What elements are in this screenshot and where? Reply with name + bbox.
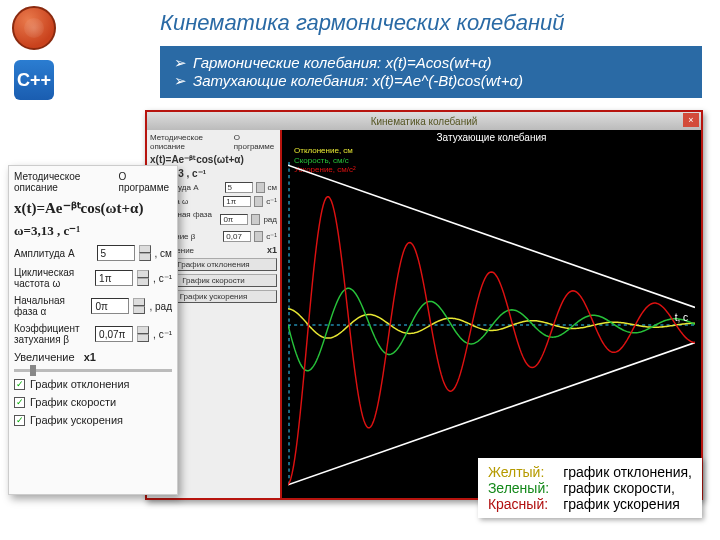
- fp-omega: ω=3,13 , c⁻¹: [14, 223, 172, 239]
- legend-desc-red: график ускорения: [563, 496, 692, 512]
- chevron-icon: ➢: [174, 72, 187, 90]
- fp-amp-spin[interactable]: [139, 245, 151, 261]
- chk-velocity[interactable]: ✓: [14, 397, 25, 408]
- app-window-title: Кинематика колебаний: [371, 116, 478, 127]
- front-panel: Методическое описаниеО программе x(t)=Ae…: [8, 165, 178, 495]
- chk-deflection[interactable]: ✓: [14, 379, 25, 390]
- menu-about[interactable]: О программе: [234, 133, 277, 151]
- beta-spin[interactable]: [254, 231, 263, 242]
- legend-desc-yellow: график отклонения,: [563, 464, 692, 480]
- beta-input[interactable]: 0,07: [223, 231, 251, 242]
- chk-acceleration-label: График ускорения: [30, 414, 123, 426]
- fp-beta-input[interactable]: 0,07π: [95, 326, 133, 342]
- summary-box: ➢Гармонические колебания: x(t)=Acos(wt+α…: [160, 46, 702, 98]
- fp-beta-spin[interactable]: [137, 326, 149, 342]
- legend-key-green: Зеленый:: [488, 480, 549, 496]
- zoom-value: x1: [267, 245, 277, 255]
- fp-phase-input[interactable]: 0π: [91, 298, 129, 314]
- app-titlebar[interactable]: Кинематика колебаний ×: [147, 112, 701, 130]
- fp-amp-label: Амплитуда A: [14, 248, 93, 259]
- bottom-legend: Желтый: Зеленый: Красный: график отклоне…: [478, 458, 702, 518]
- svg-line-2: [288, 165, 695, 307]
- app-window: Кинематика колебаний × Методическое опис…: [145, 110, 703, 500]
- plot-title: Затухающие колебания: [282, 130, 701, 143]
- amp-input[interactable]: 5: [225, 182, 253, 193]
- legend-desc-green: график скорости,: [563, 480, 692, 496]
- chevron-icon: ➢: [174, 54, 187, 72]
- legend-key-yellow: Желтый:: [488, 464, 549, 480]
- plot-canvas: t, c: [288, 162, 695, 488]
- fp-freq-label: Циклическая частота ω: [14, 267, 91, 289]
- close-icon[interactable]: ×: [683, 113, 699, 127]
- page-title: Кинематика гармонических колебаний: [0, 0, 720, 40]
- fp-menu-methodical[interactable]: Методическое описание: [14, 171, 113, 193]
- amp-spin[interactable]: [256, 182, 265, 193]
- freq-input[interactable]: 1π: [223, 196, 251, 207]
- fp-amp-input[interactable]: 5: [97, 245, 135, 261]
- chk-velocity-label: График скорости: [30, 396, 116, 408]
- cpp-logo-icon: C++: [14, 60, 54, 100]
- fp-zoom-value: x1: [84, 351, 96, 363]
- fp-beta-label: Коэффициент затухания β: [14, 323, 91, 345]
- phase-spin[interactable]: [251, 214, 260, 225]
- fp-freq-input[interactable]: 1π: [95, 270, 133, 286]
- fp-phase-label: Начальная фаза α: [14, 295, 87, 317]
- legend-key-red: Красный:: [488, 496, 549, 512]
- bullet-harmonic: Гармонические колебания: x(t)=Acos(wt+α): [193, 54, 491, 72]
- phase-input[interactable]: 0π: [220, 214, 248, 225]
- fp-zoom-label: Увеличение: [14, 351, 75, 363]
- bullet-damped: Затухающие колебания: x(t)=Ae^(-Bt)cos(w…: [193, 72, 523, 90]
- builder-logo-icon: [12, 6, 56, 50]
- chk-acceleration[interactable]: ✓: [14, 415, 25, 426]
- fp-freq-spin[interactable]: [137, 270, 149, 286]
- zoom-slider[interactable]: [14, 369, 172, 372]
- fp-phase-spin[interactable]: [133, 298, 145, 314]
- plot-area: Затухающие колебания Отклонение, см Скор…: [282, 130, 701, 498]
- formula-text: x(t)=Ae⁻ᵝᵗcos(ωt+α): [150, 154, 277, 165]
- svg-text:t, c: t, c: [675, 310, 689, 322]
- fp-formula: x(t)=Ae⁻ᵝᵗcos(ωt+α): [14, 199, 172, 217]
- menu-methodical[interactable]: Методическое описание: [150, 133, 230, 151]
- freq-spin[interactable]: [254, 196, 263, 207]
- chk-deflection-label: График отклонения: [30, 378, 130, 390]
- fp-menu-about[interactable]: О программе: [119, 171, 172, 193]
